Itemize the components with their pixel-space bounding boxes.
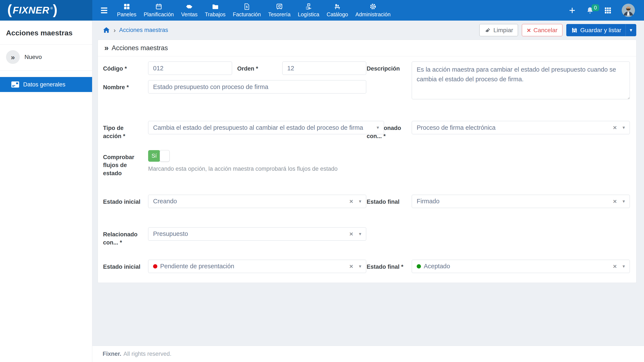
- toggle-knob: [160, 150, 170, 162]
- nav-label: Paneles: [117, 11, 136, 17]
- breadcrumb-current-link[interactable]: Acciones maestras: [119, 27, 168, 33]
- safe-icon: [276, 3, 283, 10]
- sidebar-item-datos-generales[interactable]: Datos generales: [0, 77, 92, 92]
- main-menu: Paneles Planificación Ventas Trabajos $ …: [92, 0, 644, 20]
- main-content: › Acciones maestras Limpiar × Cancelar G…: [92, 20, 644, 362]
- page-actions: Limpiar × Cancelar Guardar y listar ▾: [479, 24, 636, 36]
- cancelar-button[interactable]: × Cancelar: [522, 24, 562, 36]
- estado-final-presupuesto-select[interactable]: Aceptado × ▾: [412, 260, 630, 273]
- top-navigation-bar: (FIXNER®) Paneles Planificación Ventas T…: [0, 0, 644, 20]
- notifications-button[interactable]: 0: [586, 6, 594, 14]
- chevron-down-icon[interactable]: ▾: [376, 125, 379, 130]
- nav-item-planificacion[interactable]: Planificación: [140, 0, 177, 20]
- brand-logo-area[interactable]: (FIXNER®): [0, 0, 92, 20]
- nav-item-trabajos[interactable]: Trabajos: [201, 0, 229, 20]
- home-breadcrumb-link[interactable]: [102, 26, 110, 34]
- save-icon: [571, 27, 578, 33]
- sidebar-nuevo-button[interactable]: » Nuevo: [0, 45, 92, 70]
- form-card: » Acciones maestras Código * Orden *: [98, 40, 636, 283]
- clear-icon[interactable]: ×: [613, 198, 617, 205]
- page-footer: Fixner. All rights reserved.: [92, 346, 644, 362]
- topbar-right-actions: 0: [568, 4, 635, 17]
- chevron-down-icon: ▾: [630, 27, 632, 33]
- form-title: Acciones maestras: [112, 44, 168, 52]
- nuevo-label: Nuevo: [24, 54, 42, 60]
- nav-label: Trabajos: [205, 11, 226, 17]
- sidebar: Acciones maestras » Nuevo Datos generale…: [0, 20, 92, 362]
- chevron-down-icon[interactable]: ▾: [622, 199, 625, 204]
- invoice-icon: $: [243, 3, 250, 10]
- estado-final-firma-label: Estado final: [366, 195, 412, 206]
- apps-launcher-button[interactable]: [604, 6, 612, 14]
- svg-text:$: $: [246, 5, 248, 8]
- form-row-comprobar-flujos: Comprobar flujos de estado Sí Marcando e…: [102, 150, 630, 178]
- relacionado-con-presupuesto-label: Relacionado con... *: [102, 227, 148, 247]
- nombre-input[interactable]: [148, 80, 366, 93]
- nav-item-logistica[interactable]: Logística: [294, 0, 323, 20]
- form-row-relacionado-presupuesto: Relacionado con... * Presupuesto × ▾: [102, 227, 630, 247]
- estado-inicial-presupuesto-select[interactable]: Pendiente de presentación × ▾: [148, 260, 366, 273]
- registered-mark: ®: [50, 6, 53, 10]
- chevron-down-icon[interactable]: ▾: [622, 264, 625, 269]
- form-row-identificacion: Código * Orden * Nombre *: [102, 61, 630, 101]
- codigo-input[interactable]: [148, 61, 232, 75]
- chevron-down-icon[interactable]: ▾: [359, 199, 361, 204]
- clear-icon[interactable]: ×: [613, 124, 617, 131]
- guardar-y-listar-button[interactable]: Guardar y listar ▾: [566, 24, 636, 36]
- footer-text: All rights reserved.: [124, 351, 172, 357]
- eraser-icon: [484, 27, 491, 33]
- nav-item-catalogo[interactable]: Catálogo: [323, 0, 352, 20]
- nav-item-facturacion[interactable]: $ Facturación: [229, 0, 265, 20]
- descripcion-textarea[interactable]: [412, 61, 630, 99]
- comprobar-flujos-helper: Marcando esta opción, la acción maestra …: [148, 166, 366, 172]
- clear-icon[interactable]: ×: [349, 263, 353, 270]
- handshake-icon: [186, 3, 193, 10]
- form-row-estados-firma: Estado inicial Creando × ▾: [102, 195, 630, 208]
- relacionado-con-presupuesto-select[interactable]: Presupuesto × ▾: [148, 227, 366, 241]
- estado-final-presupuesto-label: Estado final *: [366, 260, 412, 271]
- nav-label: Facturación: [233, 11, 261, 17]
- status-dot-green: [417, 264, 421, 269]
- estado-final-firma-select[interactable]: Firmado × ▾: [412, 195, 630, 208]
- sidebar-item-label: Datos generales: [23, 81, 66, 88]
- hand-box-icon: [305, 3, 312, 10]
- chevron-down-icon[interactable]: ▾: [359, 264, 361, 269]
- clear-icon[interactable]: ×: [349, 231, 353, 237]
- hamburger-menu-icon[interactable]: [101, 7, 107, 13]
- nav-label: Tesorería: [268, 11, 290, 17]
- guardar-dropdown-toggle[interactable]: ▾: [626, 24, 636, 36]
- form-card-header: » Acciones maestras: [98, 40, 636, 56]
- sidebar-title: Acciones maestras: [0, 20, 92, 45]
- estado-inicial-firma-select[interactable]: Creando × ▾: [148, 195, 366, 208]
- relacionado-con-firma-select[interactable]: Proceso de firma electrónica × ▾: [412, 121, 630, 134]
- plus-icon: [568, 6, 576, 14]
- codigo-label: Código *: [102, 61, 148, 73]
- quick-add-button[interactable]: [568, 6, 576, 14]
- user-avatar[interactable]: [622, 4, 635, 17]
- nav-item-administracion[interactable]: Administración: [352, 0, 394, 20]
- form-row-estados-presupuesto: Estado inicial Pendiente de presentación…: [102, 260, 630, 273]
- orden-input[interactable]: [282, 61, 366, 75]
- nav-item-ventas[interactable]: Ventas: [178, 0, 201, 20]
- clear-icon[interactable]: ×: [613, 263, 617, 270]
- chevron-down-icon[interactable]: ▾: [622, 125, 625, 130]
- brand-name: FIXNER: [12, 5, 50, 16]
- clear-icon[interactable]: ×: [349, 198, 353, 205]
- panels-grid-icon: [123, 3, 130, 10]
- nav-item-paneles[interactable]: Paneles: [113, 0, 140, 20]
- notifications-badge: 0: [592, 4, 599, 11]
- comprobar-flujos-toggle[interactable]: Sí: [148, 150, 170, 162]
- status-dot-red: [153, 264, 157, 269]
- chevron-down-icon[interactable]: ▾: [359, 231, 361, 237]
- tipo-accion-select[interactable]: Cambia el estado del presupuesto al camb…: [148, 121, 384, 134]
- double-chevron-icon: »: [6, 50, 20, 64]
- gear-icon: [370, 3, 376, 10]
- folder-icon: [212, 3, 219, 10]
- nav-label: Logística: [298, 11, 319, 17]
- home-icon: [102, 26, 110, 34]
- estado-inicial-presupuesto-label: Estado inicial: [102, 260, 148, 271]
- nav-item-tesoreria[interactable]: Tesorería: [264, 0, 294, 20]
- nav-label: Ventas: [181, 11, 198, 17]
- limpiar-button[interactable]: Limpiar: [479, 24, 518, 36]
- descripcion-label: Descripción: [366, 61, 412, 73]
